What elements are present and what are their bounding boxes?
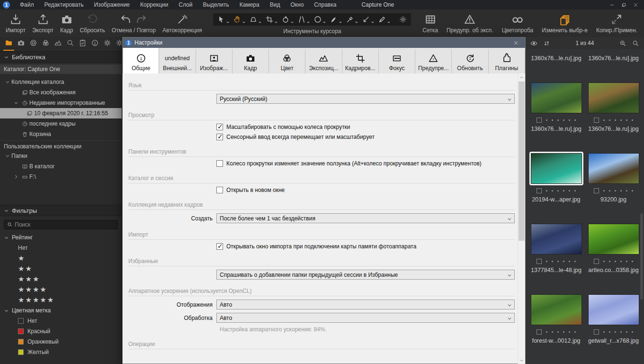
toolbar-button-undo-redo[interactable]: Отмена / Повтор — [112, 9, 156, 37]
color-label-item[interactable]: Желтый — [0, 347, 122, 357]
cursor-tool-keystone[interactable] — [247, 14, 263, 25]
thumbnail-cell[interactable]: 1377845...le-48.jpg — [528, 224, 585, 273]
toolbar-button-camera[interactable]: Кадр — [60, 9, 73, 37]
tool-tab-folder[interactable] — [5, 39, 13, 50]
rating-filter-item[interactable]: Нет — [0, 243, 122, 253]
dialog-close-button[interactable] — [509, 40, 522, 46]
thumbnail-image[interactable] — [588, 294, 639, 325]
thumbnail-cell[interactable]: artleo.co...0358.jpg — [585, 224, 642, 273]
cursor-tool-crop[interactable] — [263, 14, 279, 25]
thumbnail-image[interactable] — [531, 153, 582, 184]
catalog-selector[interactable]: Каталог: Capture One — [0, 64, 122, 74]
toolbar-button-import[interactable]: Импорт — [6, 9, 26, 37]
search-input[interactable] — [15, 221, 100, 228]
dialog-scrollbar[interactable] — [518, 73, 525, 364]
scroll-down-icon[interactable] — [518, 356, 525, 364]
cursor-tool-pick-arrow[interactable] — [360, 14, 376, 25]
checkbox-icon[interactable] — [216, 243, 223, 250]
thumbnail-image[interactable] — [588, 153, 639, 184]
thumbnail-cell[interactable]: 1360x76...le.ru].jpg — [528, 52, 585, 62]
thumbnail-checkbox[interactable] — [537, 259, 542, 264]
toolbar-button-wand[interactable]: Автокоррекция — [162, 9, 202, 37]
thumbnail-checkbox[interactable] — [594, 329, 599, 335]
thumbnail-cell[interactable]: getwall_r...x768.jpg — [585, 294, 642, 344]
tree-item[interactable]: F:\ — [0, 172, 122, 182]
thumbnail-cell[interactable]: 1360x76...le.ru].jpg — [585, 82, 642, 132]
rating-header[interactable]: Рейтинг — [0, 232, 122, 243]
chevron-down-icon[interactable] — [12, 100, 20, 105]
thumbnail-image[interactable] — [531, 82, 582, 113]
settings-dropdown[interactable]: Авто — [216, 313, 515, 323]
toolbar-button-export[interactable]: Экспорт — [32, 9, 54, 37]
settings-dropdown[interactable]: После более чем 1 час бездействия — [216, 213, 515, 223]
toolbar-button-copies[interactable]: Изменить выбр-е — [542, 9, 588, 37]
thumbnail-checkbox[interactable] — [594, 188, 599, 193]
thumbnail-cell[interactable]: 93200.jpg — [585, 153, 642, 203]
menu-item[interactable]: Коррекции — [135, 0, 173, 9]
chevron-down-icon[interactable] — [4, 80, 11, 84]
tree-item[interactable]: Папки — [0, 151, 122, 161]
menu-item[interactable]: Файл — [15, 0, 39, 9]
rating-filter-item[interactable]: ★ — [0, 253, 122, 264]
zoom-plus-icon[interactable] — [619, 40, 626, 47]
toolbar-button-copy-apply[interactable]: Копир./Примен. — [596, 9, 637, 37]
settings-dropdown[interactable]: Спрашивать о добавлении папки предыдущей… — [216, 270, 515, 280]
menu-item[interactable]: Изображение — [89, 0, 135, 9]
settings-tab-camera-filled[interactable]: Кадр — [233, 49, 269, 73]
color-label-item[interactable]: Нет — [0, 316, 122, 326]
tool-tab-info[interactable] — [91, 39, 99, 50]
tree-item[interactable]: Пользовательские коллекции — [0, 140, 122, 151]
settings-tab-refresh-1[interactable]: 1 Обновить — [452, 49, 488, 73]
cursor-tool-rotate[interactable] — [279, 14, 295, 25]
toolbar-button-grid[interactable]: Сетка — [422, 9, 438, 37]
color-label-item[interactable]: Красный — [0, 326, 122, 337]
chevron-right-icon[interactable] — [12, 174, 20, 179]
cursor-tool-straighten[interactable] — [295, 14, 312, 25]
tool-tab-color-wheels[interactable] — [42, 39, 50, 50]
library-header[interactable]: Библиотека — [0, 51, 122, 63]
thumbnail-image[interactable] — [531, 224, 582, 255]
menu-item[interactable]: Камера — [234, 0, 265, 9]
toolbar-button-warning[interactable]: Предупр. об эксп. — [447, 9, 493, 37]
cursor-tool-circle[interactable] — [312, 14, 328, 25]
thumbnail-cell[interactable]: 1360x76...le.ru].jpg — [528, 82, 585, 132]
color-label-item[interactable]: Оранжевый — [0, 337, 122, 347]
toolbar-button-glasses[interactable]: Цветопроба — [502, 9, 534, 37]
rating-filter-item[interactable]: ★★★★★ — [0, 295, 122, 305]
settings-dropdown[interactable]: Русский (Русский) — [216, 94, 515, 104]
close-icon[interactable] — [633, 2, 638, 8]
tree-item[interactable]: 10 февраля 2020 г. 12:16:55 — [0, 108, 122, 118]
chevron-down-icon[interactable] — [4, 154, 11, 158]
settings-checkbox[interactable]: Колесо прокрутки изменяет значение ползу… — [216, 160, 482, 167]
dialog-titlebar[interactable]: 1 Настройки — [123, 37, 525, 48]
checkbox-icon[interactable] — [216, 160, 223, 167]
tool-tab-exposure[interactable] — [54, 39, 62, 50]
filters-header[interactable]: Фильтры — [0, 205, 122, 216]
tool-tab-gear[interactable] — [116, 39, 122, 50]
sort-icon[interactable] — [543, 40, 550, 47]
thumbnail-image[interactable] — [531, 294, 582, 325]
settings-tab-focus[interactable]: Фокус — [379, 49, 415, 73]
cursor-tool-brush[interactable] — [328, 14, 344, 25]
color-label-header[interactable]: Цветная метка — [0, 305, 122, 316]
scroll-up-icon[interactable] — [518, 73, 525, 81]
tool-tab-lens[interactable] — [29, 39, 37, 50]
settings-checkbox[interactable]: Сенсорный ввод всегда перемещает или мас… — [216, 134, 375, 140]
tree-item[interactable]: Все изображения — [0, 87, 122, 98]
settings-checkbox[interactable]: Масштабировать с помощью колеса прокрутк… — [216, 124, 350, 130]
thumbnail-image[interactable] — [588, 82, 639, 113]
rating-filter-item[interactable]: ★★★★ — [0, 284, 122, 295]
scrollbar-track[interactable] — [519, 82, 525, 356]
cursor-tool-dropper[interactable] — [344, 14, 360, 25]
settings-checkbox[interactable]: Открыть в новом окне — [216, 187, 285, 193]
search-box[interactable] — [4, 220, 118, 229]
thumbnail-checkbox[interactable] — [594, 259, 599, 264]
menu-item[interactable]: Окно — [285, 0, 309, 9]
checkbox-icon[interactable] — [216, 124, 223, 130]
restore-icon[interactable] — [621, 2, 626, 8]
settings-tab-circled-1[interactable]: 1 Общие — [123, 48, 159, 73]
menu-item[interactable]: Справка — [309, 0, 341, 9]
cursor-tool-pencil[interactable] — [376, 14, 392, 25]
settings-tab-picture[interactable]: Изображ... — [196, 49, 233, 73]
browser-scrollbar-thumb[interactable] — [640, 213, 643, 300]
